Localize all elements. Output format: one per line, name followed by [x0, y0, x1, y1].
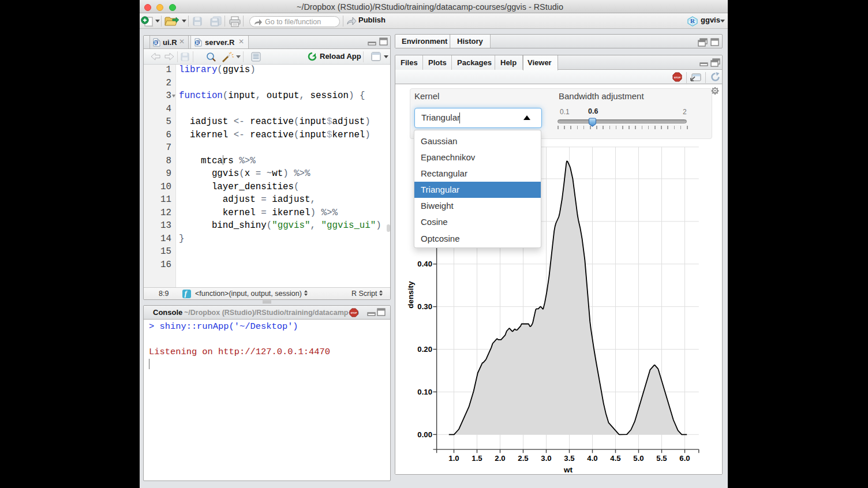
- svg-text:2.0: 2.0: [495, 454, 505, 463]
- svg-text:density: density: [406, 281, 415, 309]
- svg-text:4.5: 4.5: [610, 454, 620, 463]
- svg-text:5.0: 5.0: [633, 454, 643, 463]
- svg-text:STOP: STOP: [351, 311, 357, 314]
- svg-text:R: R: [154, 40, 158, 46]
- svg-text:0.20: 0.20: [417, 345, 432, 354]
- svg-text:R: R: [196, 40, 199, 46]
- svg-text:1.5: 1.5: [472, 454, 482, 463]
- svg-text:0.40: 0.40: [417, 260, 432, 268]
- svg-text:1.0: 1.0: [448, 454, 459, 463]
- svg-text:0.10: 0.10: [417, 388, 432, 396]
- svg-text:STOP: STOP: [674, 76, 681, 79]
- svg-text:3.0: 3.0: [541, 454, 551, 463]
- svg-text:6.0: 6.0: [679, 454, 690, 463]
- svg-text:0.00: 0.00: [417, 430, 432, 439]
- svg-text:4.0: 4.0: [587, 454, 597, 463]
- svg-text:2.5: 2.5: [518, 454, 528, 463]
- svg-text:0.30: 0.30: [417, 302, 432, 311]
- svg-text:3.5: 3.5: [564, 454, 574, 463]
- svg-text:5.5: 5.5: [656, 454, 667, 463]
- svg-text:wt: wt: [563, 466, 573, 474]
- svg-text:R: R: [690, 17, 695, 24]
